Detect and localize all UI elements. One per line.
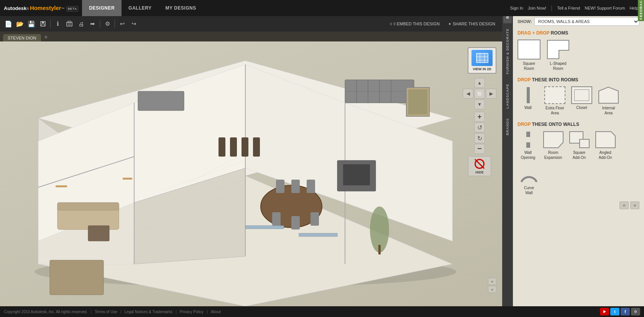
internal-area-card[interactable]: InternalArea (596, 86, 621, 116)
right-panel: BUILD FURNISH & DECORATE LANDSCAPE BRAND… (502, 0, 644, 306)
steven-dion-tab[interactable]: STEVEN DION (3, 34, 41, 41)
sign-in-link[interactable]: Sign In (510, 6, 523, 10)
collapse-up-button[interactable]: « (488, 278, 496, 285)
logo-tm: ™ (61, 7, 65, 11)
copyright-text: Copyright 2010 Autodesk, Inc. All rights… (4, 310, 87, 314)
save-button[interactable]: 💾 (26, 18, 37, 29)
export-button[interactable]: ➡ (87, 18, 98, 29)
square-addon-label: SquareAdd-On (573, 150, 586, 160)
room-expansion-card[interactable]: RoomExpansion (542, 131, 565, 160)
undo-button[interactable]: ↩ (117, 18, 128, 29)
vtab-landscape[interactable]: LANDSCAPE (503, 79, 512, 113)
wall-opening-label: WallOpening (521, 150, 536, 160)
tab-label: STEVEN DION (8, 36, 36, 40)
help-link[interactable]: Help (629, 6, 638, 10)
wall-opening-icon (518, 131, 539, 149)
settings-button[interactable]: ⚙ (102, 18, 113, 29)
drop-onto-walls-grid: WallOpening RoomExpansion (518, 131, 639, 160)
floor-plan-svg (0, 41, 502, 306)
show-select[interactable]: ROOMS, WALLS & AREAS ROOMS ONLY WALLS ON… (534, 17, 639, 26)
panel-collapse-up[interactable]: « (619, 201, 629, 209)
logo-area: Autodesk ® Homestyler ™ BETA (0, 5, 82, 12)
embed-design-button[interactable]: ◊ ◊ EMBED THIS DESIGN (386, 21, 444, 26)
designer-tab[interactable]: DESIGNER (82, 0, 122, 16)
privacy-policy-link[interactable]: Privacy Policy (180, 310, 204, 314)
collapse-down-button[interactable]: » (488, 286, 496, 293)
status-bar: Copyright 2010 Autodesk, Inc. All rights… (0, 306, 644, 317)
l-shaped-room-icon (547, 40, 570, 59)
closet-icon (571, 86, 592, 104)
tell-friend-link[interactable]: Tell a Friend (557, 6, 580, 10)
svg-rect-37 (276, 180, 284, 193)
l-shaped-room-card[interactable]: L-ShapedRoom (547, 40, 570, 71)
nav-up-button[interactable]: ▲ (474, 78, 485, 88)
logo-beta: BETA (66, 6, 79, 12)
svg-rect-53 (378, 245, 381, 254)
wall-card[interactable]: Wall (518, 86, 539, 116)
angled-addon-icon (595, 131, 616, 149)
curve-wall-row: CurveWall (518, 166, 639, 195)
hide-label: HIDE (475, 170, 484, 174)
new-button[interactable]: 📄 (3, 18, 14, 29)
nav-right-button[interactable]: ▶ (486, 89, 496, 99)
square-room-icon (518, 40, 540, 59)
view-2d-button[interactable]: VIEW IN 2D (468, 47, 496, 74)
nav-left-button[interactable]: ◀ (463, 89, 473, 99)
zoom-in-button[interactable]: + (474, 112, 485, 122)
svg-marker-68 (596, 132, 615, 148)
extra-floor-icon (544, 86, 565, 104)
facebook-icon[interactable]: f (621, 308, 630, 315)
share-icon[interactable]: ⚙ (631, 308, 640, 315)
l-shaped-room-label: L-ShapedRoom (550, 61, 566, 71)
social-icons: t f ⚙ (600, 308, 640, 315)
share-design-button[interactable]: ✦ SHARE THIS DESIGN (444, 21, 499, 26)
drop-onto-walls-header: DROP THESE ONTO WALLS (518, 122, 639, 127)
extra-floor-area-card[interactable]: Extra FloorArea (542, 86, 567, 116)
svg-rect-44 (219, 137, 225, 157)
logo-autodesk: Autodesk (4, 5, 26, 11)
nav-center-button[interactable]: ⬜ (474, 89, 485, 99)
youtube-icon[interactable] (600, 308, 609, 315)
zoom-out-button[interactable]: − (474, 144, 485, 154)
join-now-link[interactable]: Join Now! (528, 6, 546, 10)
square-room-label: SquareRoom (523, 61, 535, 71)
print-list-button[interactable] (64, 18, 75, 29)
rotate-ccw-button[interactable]: ↺ (474, 122, 485, 132)
about-link[interactable]: About (211, 310, 221, 314)
logo-homestyler: Homestyler (30, 5, 61, 11)
rotate-cw-button[interactable]: ↻ (474, 133, 485, 143)
twitter-icon[interactable]: t (610, 308, 619, 315)
svg-rect-57 (408, 89, 427, 114)
square-addon-card[interactable]: SquareAdd-On (568, 131, 591, 160)
closet-card[interactable]: Closet (571, 86, 592, 116)
vtab-furnish[interactable]: FURNISH & DECORATE (503, 24, 512, 79)
svg-rect-26 (56, 185, 67, 187)
print-button[interactable]: 🖨 (76, 18, 86, 29)
svg-rect-58 (476, 53, 488, 63)
svg-rect-45 (230, 137, 237, 157)
support-forum-link[interactable]: NEW! Support Forum (585, 6, 625, 10)
terms-link[interactable]: Terms of Use (95, 310, 117, 314)
feedback-button[interactable]: FEEDBACK (638, 0, 644, 21)
vtab-brands[interactable]: BRANDS (503, 114, 512, 140)
square-room-card[interactable]: SquareRoom (518, 40, 540, 71)
angled-addon-card[interactable]: AngledAdd-On (594, 131, 617, 160)
svg-rect-47 (253, 137, 260, 157)
wall-opening-card[interactable]: WallOpening (518, 131, 539, 160)
my-designs-tab[interactable]: MY DESIGNS (159, 0, 203, 16)
new-tab-button[interactable]: + (41, 34, 51, 41)
save-as-button[interactable] (38, 18, 48, 29)
gallery-tab[interactable]: GALLERY (122, 0, 158, 16)
svg-rect-41 (291, 216, 300, 229)
curve-wall-card[interactable]: CurveWall (518, 166, 540, 195)
hide-button[interactable]: HIDE (468, 156, 491, 176)
nav-down-button[interactable]: ▼ (474, 99, 485, 109)
legal-notices-link[interactable]: Legal Notices & Trademarks (125, 310, 173, 314)
open-button[interactable]: 📂 (15, 18, 25, 29)
panel-collapse-down[interactable]: » (630, 201, 639, 209)
toolbar: 📄 📂 💾 ℹ 🖨 ➡ ⚙ ↩ ↪ ◊ ◊ EMBED THIS DESIGN … (0, 16, 502, 31)
info-button[interactable]: ℹ (53, 18, 63, 29)
angled-addon-label: AngledAdd-On (599, 150, 612, 160)
redo-button[interactable]: ↪ (128, 18, 139, 29)
vertical-tabs-strip: BUILD FURNISH & DECORATE LANDSCAPE BRAND… (502, 0, 513, 306)
